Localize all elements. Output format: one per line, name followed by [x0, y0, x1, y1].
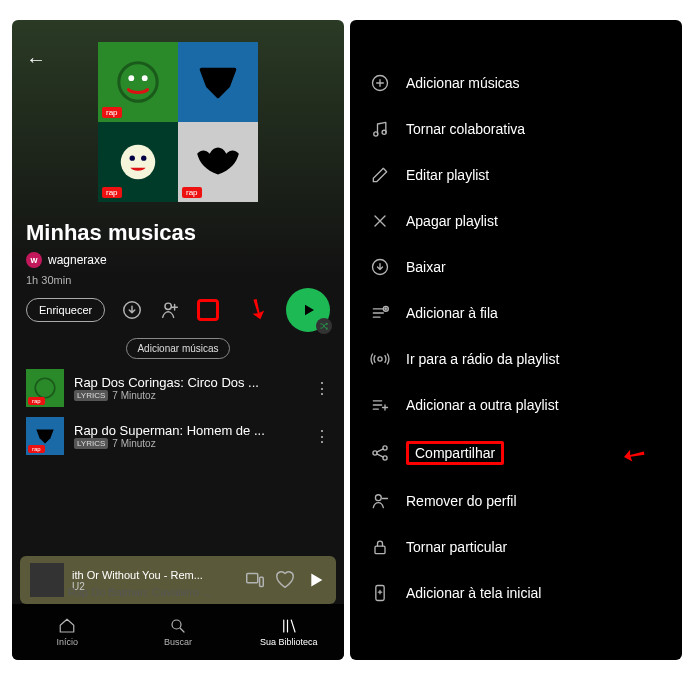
download-icon[interactable]	[121, 299, 143, 321]
menu-edit-playlist[interactable]: Editar playlist	[350, 152, 682, 198]
plus-circle-icon	[370, 73, 390, 93]
add-playlist-icon	[370, 395, 390, 415]
menu-label: Adicionar à fila	[406, 305, 498, 321]
radio-icon	[370, 349, 390, 369]
nav-search-label: Buscar	[164, 637, 192, 647]
add-songs-pill[interactable]: Adicionar músicas	[126, 338, 229, 359]
track-title: Rap Dos Coringas: Circo Dos ...	[74, 375, 304, 390]
svg-point-5	[141, 155, 146, 160]
svg-point-11	[35, 378, 55, 398]
menu-go-to-radio[interactable]: Ir para a rádio da playlist	[350, 336, 682, 382]
track-row[interactable]: rap Rap Dos Coringas: Circo Dos ... LYRI…	[26, 369, 330, 407]
menu-label: Adicionar a outra playlist	[406, 397, 559, 413]
svg-point-4	[130, 155, 135, 160]
download-icon	[370, 257, 390, 277]
menu-add-to-homescreen[interactable]: Adicionar à tela inicial	[350, 570, 682, 616]
menu-add-songs[interactable]: Adicionar músicas	[350, 60, 682, 106]
playlist-title: Minhas musicas	[26, 220, 330, 246]
rap-tag: rap	[182, 187, 202, 198]
track-more-icon[interactable]: ⋮	[314, 379, 330, 398]
track-artist: 7 Minutoz	[112, 438, 155, 449]
back-icon[interactable]: ←	[26, 48, 46, 71]
menu-download[interactable]: Baixar	[350, 244, 682, 290]
menu-label: Remover do perfil	[406, 493, 517, 509]
play-icon[interactable]	[304, 569, 326, 591]
svg-point-2	[142, 75, 148, 81]
menu-remove-from-profile[interactable]: Remover do perfil	[350, 478, 682, 524]
now-playing-thumb	[30, 563, 64, 597]
svg-rect-25	[375, 546, 385, 554]
phone-plus-icon	[370, 583, 390, 603]
owner-name: wagneraxe	[48, 253, 107, 267]
shuffle-icon[interactable]	[316, 318, 332, 334]
menu-label: Adicionar à tela inicial	[406, 585, 541, 601]
cover-tile-4: rap	[178, 122, 258, 202]
nav-home-label: Início	[57, 637, 79, 647]
svg-rect-12	[247, 574, 258, 583]
menu-label: Compartilhar	[406, 441, 504, 465]
menu-label: Adicionar músicas	[406, 75, 520, 91]
nav-library-label: Sua Biblioteca	[260, 637, 318, 647]
menu-label: Tornar colaborativa	[406, 121, 525, 137]
enhance-button[interactable]: Enriquecer	[26, 298, 105, 322]
rap-tag: rap	[102, 107, 122, 118]
menu-make-collaborative[interactable]: Tornar colaborativa	[350, 106, 682, 152]
menu-add-to-queue[interactable]: Adicionar à fila	[350, 290, 682, 336]
play-button[interactable]	[286, 288, 330, 332]
context-menu-screen: Adicionar músicas Tornar colaborativa Ed…	[350, 20, 682, 660]
lock-icon	[370, 537, 390, 557]
track-title: Rap do Superman: Homem de ...	[74, 423, 304, 438]
heart-icon[interactable]	[274, 569, 296, 591]
menu-label: Tornar particular	[406, 539, 507, 555]
more-options-button[interactable]	[197, 299, 219, 321]
playlist-duration: 1h 30min	[26, 274, 330, 286]
nav-search[interactable]: Buscar	[123, 604, 234, 660]
cover-tile-2	[178, 42, 258, 122]
track-more-icon[interactable]: ⋮	[314, 427, 330, 446]
track-row[interactable]: rap Rap do Superman: Homem de ... LYRICS…	[26, 417, 330, 455]
cover-tile-3: rap	[98, 122, 178, 202]
track-artist: 7 Minutoz	[112, 390, 155, 401]
svg-point-14	[172, 620, 181, 629]
add-user-icon[interactable]	[159, 299, 181, 321]
track-thumb: rap	[26, 369, 64, 407]
menu-label: Baixar	[406, 259, 446, 275]
x-icon	[370, 211, 390, 231]
menu-make-private[interactable]: Tornar particular	[350, 524, 682, 570]
track-title-faded: Rap Do Batman: Cavaleiro ...	[68, 586, 211, 598]
menu-label: Apagar playlist	[406, 213, 498, 229]
svg-rect-13	[260, 577, 264, 586]
rap-tag: rap	[28, 445, 45, 453]
svg-point-16	[374, 132, 378, 136]
track-thumb: rap	[26, 417, 64, 455]
playlist-cover: rap rap rap	[98, 42, 258, 202]
svg-point-1	[128, 75, 134, 81]
playlist-screen: ← rap rap rap Minhas musicas w wagneraxe…	[12, 20, 344, 660]
svg-point-20	[378, 357, 382, 361]
svg-point-24	[375, 495, 381, 501]
menu-add-to-playlist[interactable]: Adicionar a outra playlist	[350, 382, 682, 428]
pencil-icon	[370, 165, 390, 185]
queue-icon	[370, 303, 390, 323]
rap-tag: rap	[102, 187, 122, 198]
svg-point-17	[382, 130, 386, 134]
nav-library[interactable]: Sua Biblioteca	[233, 604, 344, 660]
cover-tile-1: rap	[98, 42, 178, 122]
lyrics-badge: LYRICS	[74, 438, 108, 449]
svg-point-0	[119, 63, 157, 101]
rap-tag: rap	[28, 397, 45, 405]
nav-home[interactable]: Início	[12, 604, 123, 660]
share-icon	[370, 443, 390, 463]
menu-delete-playlist[interactable]: Apagar playlist	[350, 198, 682, 244]
now-playing-title: ith Or Without You - Rem...	[72, 569, 236, 581]
menu-label: Ir para a rádio da playlist	[406, 351, 559, 367]
svg-point-7	[165, 303, 171, 309]
connect-device-icon[interactable]	[244, 569, 266, 591]
lyrics-badge: LYRICS	[74, 390, 108, 401]
owner-row[interactable]: w wagneraxe	[26, 252, 330, 268]
svg-point-3	[121, 145, 156, 180]
bottom-nav: Rap Do Batman: Cavaleiro ... Início Busc…	[12, 604, 344, 660]
menu-label: Editar playlist	[406, 167, 489, 183]
actions-row: Enriquecer	[26, 298, 330, 322]
owner-avatar: w	[26, 252, 42, 268]
